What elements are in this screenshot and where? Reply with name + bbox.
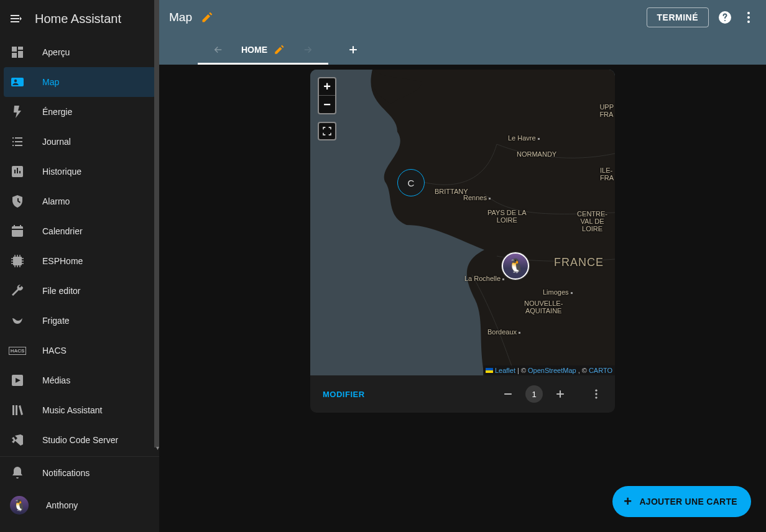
tab-next-icon[interactable] [291, 35, 325, 65]
sidebar-item-label: Alarmo [42, 196, 70, 206]
map-attribution: Leaflet | © OpenStreetMap , © CARTO [483, 365, 615, 375]
map-marker-user[interactable]: 🐧 [502, 252, 529, 280]
svg-point-1 [14, 80, 17, 82]
code-icon [10, 433, 25, 447]
position-badge: 1 [525, 385, 543, 403]
map-label: FRANCE [554, 256, 604, 269]
sidebar-item-energie[interactable]: Énergie [0, 97, 159, 127]
sidebar-item-label: Studio Code Server [42, 435, 118, 445]
sidebar-item-fileeditor[interactable]: File editor [0, 276, 159, 306]
zoom-in-button[interactable]: + [319, 78, 335, 96]
sidebar-item-label: Aperçu [42, 47, 70, 57]
map-account-icon [10, 75, 25, 89]
map-city-label: Le Havre [508, 134, 540, 142]
done-button[interactable]: TERMINÉ [647, 7, 709, 27]
user-avatar: 🐧 [10, 496, 29, 515]
card-more-icon[interactable] [590, 388, 602, 400]
sidebar-user-name: Anthony [46, 500, 78, 510]
sidebar-item-studiocode[interactable]: Studio Code Server [0, 425, 159, 455]
zoom-out-button[interactable]: − [319, 96, 335, 113]
sidebar-item-label: Frigate [42, 316, 70, 326]
pencil-icon[interactable] [201, 11, 213, 24]
sidebar-item-label: Historique [42, 167, 81, 177]
map-canvas[interactable]: + − C 🐧 FRANCE BRITTANY NORMANDY PAYS DE… [310, 70, 615, 375]
svg-point-12 [595, 390, 597, 392]
zoom-controls: + − [318, 77, 336, 114]
tab-home[interactable]: HOME [235, 35, 291, 65]
main-panel: Map TERMINÉ HOME [159, 0, 766, 532]
tab-prev-icon[interactable] [201, 35, 235, 65]
sidebar-item-frigate[interactable]: Frigate [0, 306, 159, 336]
plus-icon: + [624, 493, 632, 510]
frigate-icon [10, 313, 25, 328]
svg-point-14 [595, 397, 597, 398]
chart-icon [10, 164, 25, 179]
modify-button[interactable]: MODIFIER [323, 390, 365, 399]
map-city-label: La Rochelle [464, 275, 504, 282]
sidebar-item-label: Notifications [42, 468, 90, 478]
map-label: ILE- FRA [600, 167, 614, 181]
leaflet-link[interactable]: Leaflet [495, 367, 515, 374]
menu-toggle-icon[interactable] [9, 11, 24, 26]
map-marker-c[interactable]: C [397, 169, 425, 196]
sidebar-item-label: Énergie [42, 107, 72, 117]
sidebar-header: Home Assistant [0, 0, 159, 37]
sidebar-item-apercu[interactable]: Aperçu [0, 37, 159, 67]
sidebar-item-medias[interactable]: Médias [0, 365, 159, 395]
position-increment-button[interactable] [554, 388, 566, 400]
map-label: UPP FRA [599, 103, 614, 118]
svg-point-9 [747, 16, 750, 19]
osm-link[interactable]: OpenStreetMap [528, 367, 576, 374]
svg-point-8 [747, 12, 750, 14]
carto-link[interactable]: CARTO [589, 367, 612, 374]
sidebar-item-map[interactable]: Map [4, 67, 155, 97]
map-label: NORMANDY [517, 150, 556, 158]
map-card: + − C 🐧 FRANCE BRITTANY NORMANDY PAYS DE… [310, 70, 615, 413]
map-label: PAYS DE LA LOIRE [487, 209, 527, 224]
tab-add-button[interactable] [325, 35, 382, 65]
sidebar-item-label: File editor [42, 286, 80, 296]
sidebar-item-label: Journal [42, 137, 71, 147]
map-city-label: Limoges [543, 288, 573, 296]
tab-label: HOME [241, 45, 267, 55]
play-box-icon [10, 373, 25, 388]
help-icon[interactable] [718, 10, 732, 25]
sidebar-item-user[interactable]: 🐧 Anthony [0, 489, 159, 521]
sidebar-item-music[interactable]: Music Assistant [0, 395, 159, 425]
sidebar-item-hacs[interactable]: HACS HACS [0, 336, 159, 365]
sidebar: Home Assistant Aperçu Map Énergie Journa… [0, 0, 159, 532]
sidebar-item-esphome[interactable]: ESPHome [0, 246, 159, 276]
fab-label: AJOUTER UNE CARTE [639, 497, 737, 507]
more-icon[interactable] [741, 10, 756, 25]
hacs-icon: HACS [10, 343, 25, 358]
map-city-label: Rennes [463, 194, 491, 201]
ukraine-flag-icon [486, 368, 493, 373]
sidebar-item-label: Médias [42, 375, 70, 385]
dashboard-icon [10, 45, 25, 60]
svg-point-10 [747, 21, 750, 23]
svg-rect-5 [13, 257, 22, 265]
svg-point-13 [595, 393, 597, 395]
sidebar-item-historique[interactable]: Historique [0, 157, 159, 186]
sidebar-item-journal[interactable]: Journal [0, 127, 159, 157]
fullscreen-button[interactable] [318, 122, 336, 140]
calendar-icon [10, 224, 25, 239]
sidebar-item-label: Calendrier [42, 226, 83, 236]
sidebar-item-label: HACS [42, 346, 67, 355]
sidebar-item-label: Map [42, 77, 59, 87]
map-city-label: Bordeaux [487, 328, 520, 336]
pencil-icon[interactable] [274, 44, 285, 55]
content-area: + − C 🐧 FRANCE BRITTANY NORMANDY PAYS DE… [159, 65, 766, 532]
sidebar-item-notifications[interactable]: Notifications [0, 457, 159, 489]
map-label: CENTRE- VAL DE LOIRE [577, 210, 607, 232]
sidebar-item-label: ESPHome [42, 256, 83, 266]
library-icon [10, 403, 25, 418]
chip-icon [10, 254, 25, 268]
position-decrement-button[interactable] [502, 388, 514, 400]
add-card-fab[interactable]: + AJOUTER UNE CARTE [612, 486, 751, 517]
header: Map TERMINÉ [159, 0, 766, 35]
sidebar-item-alarmo[interactable]: Alarmo [0, 186, 159, 216]
bell-icon [10, 466, 25, 480]
sidebar-item-calendrier[interactable]: Calendrier [0, 216, 159, 246]
sidebar-scrollbar[interactable] [154, 0, 159, 456]
